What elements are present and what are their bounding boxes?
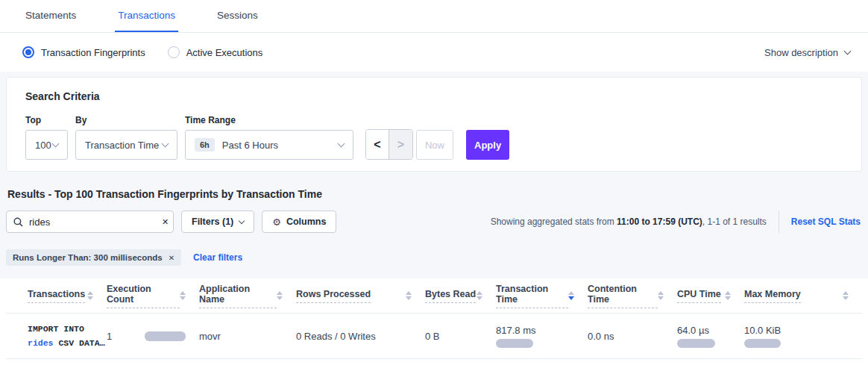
- by-label: By: [75, 115, 177, 125]
- column-header-bytes-read[interactable]: Bytes Read: [425, 278, 496, 313]
- column-header-transaction-time[interactable]: Transaction Time: [496, 278, 588, 313]
- stats-prefix: Showing aggregated stats from: [491, 216, 617, 227]
- by-select-value: Transaction Time: [85, 140, 159, 151]
- tab-statements[interactable]: Statements: [22, 0, 79, 32]
- gear-icon: ⚙: [272, 216, 281, 228]
- vertical-divider: [779, 211, 779, 233]
- chevron-down-icon: [844, 47, 852, 54]
- column-header-max-memory[interactable]: Max Memory: [744, 278, 862, 313]
- tab-transactions[interactable]: Transactions: [115, 0, 178, 32]
- cell-execution-count: 1: [107, 314, 199, 358]
- clear-filters-link[interactable]: Clear filters: [193, 252, 242, 263]
- cell-bytes-read: 0 B: [425, 314, 496, 358]
- time-nav-group: < >: [365, 129, 413, 160]
- radio-transaction-fingerprints[interactable]: Transaction Fingerprints: [22, 46, 145, 58]
- chevron-down-icon: [239, 217, 245, 223]
- column-header-transactions[interactable]: Transactions: [6, 278, 107, 313]
- search-criteria-title: Search Criteria: [25, 90, 843, 102]
- sort-icon[interactable]: [87, 291, 93, 300]
- radio-unselected-icon[interactable]: [168, 46, 180, 58]
- search-match-highlight: rides: [28, 338, 54, 348]
- filter-chip: Runs Longer Than: 300 milliseconds ✕: [6, 249, 181, 266]
- search-box[interactable]: ✕: [6, 211, 174, 233]
- radio-active-executions[interactable]: Active Executions: [168, 46, 263, 58]
- rows-processed-value: 0 Reads / 0 Writes: [296, 331, 376, 342]
- sort-icon[interactable]: [658, 291, 664, 300]
- column-label[interactable]: Execution Count: [107, 284, 180, 308]
- column-label[interactable]: CPU Time: [677, 289, 721, 303]
- columns-label: Columns: [286, 216, 326, 227]
- stats-range: 11:00 to 17:59 (UTC): [617, 216, 702, 227]
- clear-search-icon[interactable]: ✕: [160, 217, 170, 227]
- sort-icon[interactable]: [180, 291, 186, 300]
- cpu-time-value: 64.0 µs: [677, 325, 709, 336]
- contention-time-value: 0.0 ns: [588, 331, 614, 342]
- sort-icon[interactable]: [843, 291, 849, 300]
- bytes-read-value: 0 B: [425, 331, 440, 342]
- transaction-time-bar: [496, 339, 533, 348]
- cell-rows-processed: 0 Reads / 0 Writes: [296, 314, 425, 358]
- column-header-contention-time[interactable]: Contention Time: [588, 278, 677, 313]
- chevron-down-icon: [338, 140, 345, 147]
- show-description-toggle[interactable]: Show description: [764, 47, 850, 58]
- top-label: Top: [25, 115, 68, 125]
- cell-max-memory: 10.0 KiB: [744, 314, 862, 358]
- max-memory-value: 10.0 KiB: [744, 325, 781, 336]
- column-header-cpu-time[interactable]: CPU Time: [677, 278, 744, 313]
- time-range-select[interactable]: 6h Past 6 Hours: [185, 130, 353, 160]
- time-next-button[interactable]: >: [389, 130, 412, 159]
- column-header-rows-processed[interactable]: Rows Processed: [296, 278, 425, 313]
- cell-contention-time: 0.0 ns: [588, 314, 677, 358]
- time-range-badge: 6h: [195, 138, 215, 152]
- column-label[interactable]: Bytes Read: [425, 289, 476, 303]
- sort-icon[interactable]: [725, 291, 731, 300]
- show-description-label: Show description: [764, 47, 838, 58]
- radio-label: Transaction Fingerprints: [41, 47, 145, 58]
- column-label[interactable]: Max Memory: [744, 289, 801, 303]
- filter-chip-row: Runs Longer Than: 300 milliseconds ✕ Cle…: [6, 249, 862, 266]
- execution-count-bar: [145, 331, 186, 341]
- transaction-time-value: 817.8 ms: [496, 325, 535, 336]
- remove-filter-icon[interactable]: ✕: [169, 254, 174, 262]
- column-label[interactable]: Application Name: [199, 284, 277, 308]
- time-range-value: Past 6 Hours: [222, 140, 278, 151]
- table-row[interactable]: IMPORT INTO rides CSV DATA… 1 movr 0 Rea…: [6, 314, 862, 359]
- sort-icon[interactable]: [477, 291, 482, 300]
- sort-icon[interactable]: [568, 291, 574, 300]
- apply-button[interactable]: Apply: [466, 130, 509, 160]
- table-header-row: Transactions Execution Count Application…: [6, 278, 862, 314]
- column-label[interactable]: Transaction Time: [496, 284, 568, 308]
- by-select[interactable]: Transaction Time: [75, 130, 177, 160]
- results-controls: ✕ Filters (1) ⚙ Columns Showing aggregat…: [6, 211, 862, 233]
- chevron-down-icon: [162, 140, 169, 147]
- filters-button[interactable]: Filters (1): [181, 211, 254, 233]
- cell-transaction[interactable]: IMPORT INTO rides CSV DATA…: [6, 314, 107, 358]
- search-criteria-card: Search Criteria Top 100 By Transaction T…: [6, 77, 862, 172]
- columns-button[interactable]: ⚙ Columns: [262, 211, 336, 233]
- application-name-value: movr: [199, 331, 221, 342]
- sort-icon[interactable]: [406, 291, 412, 300]
- results-heading: Results - Top 100 Transaction Fingerprin…: [7, 188, 862, 200]
- column-label[interactable]: Transactions: [28, 289, 85, 303]
- column-label[interactable]: Rows Processed: [296, 289, 371, 303]
- max-memory-bar: [744, 339, 781, 348]
- tab-sessions[interactable]: Sessions: [214, 0, 261, 32]
- column-header-application-name[interactable]: Application Name: [199, 278, 296, 313]
- cell-application-name: movr: [199, 314, 296, 358]
- now-button[interactable]: Now: [416, 130, 453, 160]
- search-input[interactable]: [29, 216, 160, 228]
- time-prev-button[interactable]: <: [366, 130, 389, 159]
- top-select-value: 100: [35, 140, 51, 151]
- transaction-statement: IMPORT INTO: [28, 324, 84, 334]
- radio-selected-icon[interactable]: [22, 46, 34, 58]
- cell-transaction-time: 817.8 ms: [496, 314, 588, 358]
- cpu-time-bar: [677, 339, 715, 348]
- chevron-down-icon: [52, 140, 60, 147]
- column-header-execution-count[interactable]: Execution Count: [107, 278, 199, 313]
- reset-sql-stats-link[interactable]: Reset SQL Stats: [791, 216, 861, 227]
- search-icon: [13, 217, 23, 227]
- column-label[interactable]: Contention Time: [588, 284, 658, 308]
- top-select[interactable]: 100: [25, 130, 68, 160]
- results-table: Transactions Execution Count Application…: [0, 278, 868, 374]
- sort-icon[interactable]: [277, 291, 283, 300]
